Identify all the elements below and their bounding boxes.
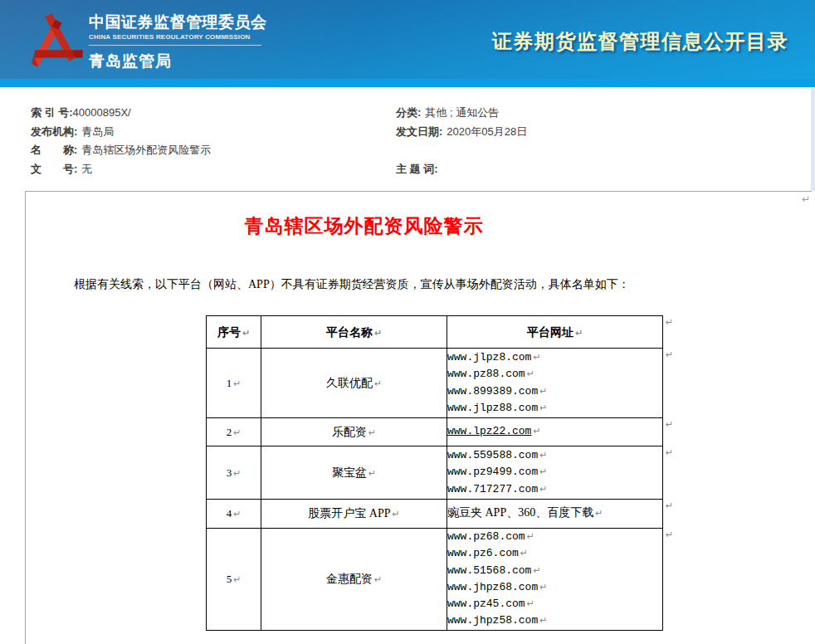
meta-index-value: 40000895X/ <box>73 106 131 119</box>
paragraph-mark-icon: ↵ <box>595 508 603 519</box>
site-text: www.jhpz68.com <box>447 581 538 593</box>
site-text: www.559588.com <box>447 449 538 461</box>
meta-name-label: 名 称: <box>31 144 77 156</box>
csrc-logo-icon <box>30 5 85 75</box>
paragraph-mark-icon: ↵ <box>233 509 241 520</box>
site-line: www.pz45.com↵ <box>447 596 662 612</box>
site-text: www.pz68.com <box>447 530 525 543</box>
table-row: 3↵聚宝盆↵www.559588.com↵www.pz9499.com↵www.… <box>207 446 663 500</box>
table-row: 1↵久联优配↵www.jlpz8.com↵www.pz88.com↵www.89… <box>207 349 663 418</box>
site-title: 证券期货监督管理信息公开目录 <box>492 28 788 55</box>
paragraph-mark-icon: ↵ <box>520 548 528 559</box>
table-header-cell: 平台网址↵ <box>447 316 663 349</box>
paragraph-mark-icon: ↵ <box>539 466 547 477</box>
paragraph-mark-icon: ↵ <box>539 582 547 593</box>
org-name-cn: 中国证券监督管理委员会 <box>89 13 267 32</box>
org-name-en: CHINA SECURITIES REGULATORY COMMISSION <box>89 33 267 41</box>
table-row: 2↵乐配资↵www.lpz22.com↵ <box>207 418 663 446</box>
paragraph-mark-icon: ↵ <box>392 509 399 520</box>
meta-publisher-label: 发布机构: <box>31 125 77 138</box>
site-line: 豌豆夹 APP、360、百度下载↵ <box>447 505 662 522</box>
document-intro: 根据有关线索，以下平台（网站、APP）不具有证券期货经营资质，宣传从事场外配资活… <box>74 277 671 292</box>
paragraph-mark-icon: ↵ <box>539 450 547 461</box>
site-line: www.pz6.com↵ <box>447 545 662 562</box>
platform-site-cell: 豌豆夹 APP、360、百度下载↵ <box>447 500 663 529</box>
meta-name: 名 称:青岛辖区场外配资风险警示 <box>31 144 211 157</box>
paragraph-mark-icon: ↵ <box>539 386 547 397</box>
org-block: 中国证券监督管理委员会 CHINA SECURITIES REGULATORY … <box>89 13 267 72</box>
site-line: www.jhpz58.com↵ <box>447 612 662 629</box>
site-text: www.jlpz88.com <box>447 402 538 414</box>
paragraph-mark-icon: ↵ <box>233 427 241 438</box>
paragraph-mark-icon: ↵ <box>527 368 534 379</box>
site-link[interactable]: www.lpz22.com <box>447 425 531 437</box>
site-text: www.899389.com <box>447 385 538 398</box>
paragraph-mark-icon: ↵ <box>374 378 382 389</box>
bureau-name: 青岛监管局 <box>89 51 267 72</box>
site-line: www.pz88.com↵ <box>447 366 662 383</box>
platform-name-text: 乐配资 <box>332 426 367 438</box>
serial-cell: 2↵ <box>207 418 261 446</box>
meta-docno: 文 号:无 <box>31 163 92 176</box>
meta-topic-label: 主 题 词: <box>396 163 438 175</box>
site-line: www.559588.com↵ <box>447 447 662 464</box>
paragraph-mark-icon: ↵ <box>368 427 376 438</box>
site-line: www.899389.com↵ <box>447 383 662 400</box>
site-text: www.51568.com <box>447 564 531 577</box>
platform-name-cell: 久联优配↵ <box>261 349 447 418</box>
site-text: www.pz88.com <box>447 368 525 380</box>
row-end-mark: ↵ <box>666 317 673 328</box>
paragraph-mark-icon: ↵ <box>374 574 382 585</box>
row-end-mark: ↵ <box>666 529 673 540</box>
meta-topic: 主 题 词: <box>396 163 442 176</box>
meta-docno-value: 无 <box>81 163 92 175</box>
paragraph-mark-icon: ↵ <box>233 468 241 479</box>
site-line: www.jlpz88.com↵ <box>447 400 662 417</box>
serial-cell: 4↵ <box>207 500 261 529</box>
meta-publisher: 发布机构:青岛局 <box>31 125 114 139</box>
paragraph-mark-icon: ↵ <box>802 193 810 205</box>
paragraph-mark-icon: ↵ <box>233 378 241 389</box>
site-line: www.717277.com↵ <box>447 481 662 498</box>
meta-date-value: 2020年05月28日 <box>447 125 527 138</box>
meta-category-value: 其他 ; 通知公告 <box>425 106 499 119</box>
paragraph-mark-icon: ↵ <box>527 531 534 542</box>
site-line: www.jhpz68.com↵ <box>447 579 662 596</box>
platform-name-cell: 金惠配资↵ <box>261 529 447 631</box>
paragraph-mark-icon: ↵ <box>533 426 540 437</box>
table-row: 4↵股票开户宝 APP↵豌豆夹 APP、360、百度下载↵ <box>207 500 663 529</box>
metadata-panel: 索 引 号:40000895X/ 分类:其他 ; 通知公告 发布机构:青岛局 发… <box>0 87 815 191</box>
site-text: www.717277.com <box>447 483 538 495</box>
paragraph-mark-icon: ↵ <box>527 598 534 609</box>
meta-index-label: 索 引 号: <box>31 106 73 119</box>
row-end-mark: ↵ <box>666 447 673 458</box>
platform-name-cell: 股票开户宝 APP↵ <box>261 500 447 529</box>
table-header-text: 平台网址 <box>527 326 573 339</box>
org-divider <box>89 45 261 46</box>
paragraph-mark-icon: ↵ <box>533 565 540 576</box>
row-end-mark: ↵ <box>666 500 673 511</box>
table-row: 5↵金惠配资↵www.pz68.com↵www.pz6.com↵www.5156… <box>207 529 663 631</box>
table-header-text: 序号 <box>217 326 241 339</box>
meta-index: 索 引 号:40000895X/ <box>31 106 131 120</box>
serial-text: 5 <box>227 573 232 585</box>
platform-site-cell: www.lpz22.com↵ <box>447 418 663 446</box>
site-line: www.pz9499.com↵ <box>447 464 662 481</box>
platform-name-cell: 聚宝盆↵ <box>261 446 447 500</box>
platform-name-text: 股票开户宝 APP <box>308 507 390 520</box>
platform-name-text: 久联优配 <box>326 377 373 389</box>
table-header-cell: 平台名称↵ <box>261 316 447 349</box>
document-title: 青岛辖区场外配资风险警示 <box>26 213 702 239</box>
meta-date: 发文日期:2020年05月28日 <box>396 125 527 139</box>
site-text: www.pz6.com <box>447 547 519 559</box>
serial-text: 2 <box>227 426 232 438</box>
site-text: www.pz45.com <box>447 598 525 610</box>
page: 中国证券监督管理委员会 CHINA SECURITIES REGULATORY … <box>0 0 815 644</box>
table-header-cell: 序号↵ <box>207 316 261 349</box>
scrollbar-thumb[interactable] <box>811 88 815 191</box>
meta-category: 分类:其他 ; 通知公告 <box>396 106 499 120</box>
platform-name-cell: 乐配资↵ <box>261 418 447 446</box>
meta-date-label: 发文日期: <box>396 125 442 138</box>
platform-site-cell: www.jlpz8.com↵www.pz88.com↵www.899389.co… <box>447 349 663 418</box>
site-text: www.jlpz8.com <box>447 351 531 363</box>
